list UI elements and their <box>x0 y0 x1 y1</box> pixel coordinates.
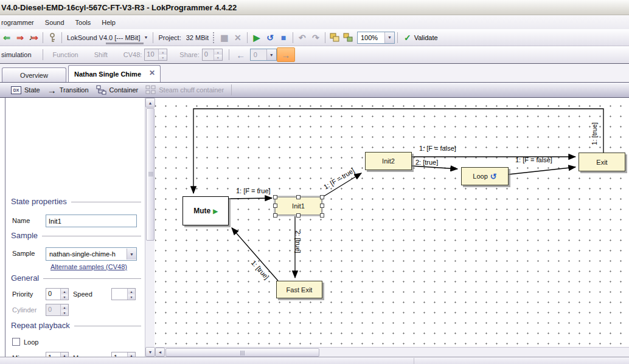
selection-handle[interactable] <box>296 195 301 199</box>
step-select-disabled[interactable]: 0 ▼ <box>250 49 277 61</box>
state-node-mute[interactable]: Mute▶ <box>182 196 229 225</box>
loop-checkbox[interactable] <box>12 338 20 346</box>
step-dropdown-button[interactable]: ▼ <box>266 49 276 60</box>
read-from-decoder-button[interactable]: ⇐ <box>0 31 13 44</box>
tab-close-icon[interactable]: ✕ <box>149 69 155 77</box>
add-steam-chuff-container-button[interactable]: Steam chuff container <box>142 84 228 97</box>
cv48-spinner[interactable]: 10 ▲▼ <box>144 49 167 61</box>
redo-icon: ↷ <box>312 33 319 42</box>
scroll-down-button[interactable]: ▼ <box>145 347 155 357</box>
add-container-button[interactable]: Container <box>92 84 142 97</box>
repeat-min-spinner[interactable]: 1 ▲▼ <box>46 352 69 357</box>
step-back-button[interactable]: ← <box>232 47 250 62</box>
state-node-loop[interactable]: Loop↺ <box>461 167 509 185</box>
play-button[interactable]: ▶ <box>250 31 263 44</box>
menu-sound[interactable]: Sound <box>40 16 70 29</box>
repeat-min-spin-up[interactable]: ▲ <box>61 352 68 357</box>
cv48-value: 10 <box>145 49 158 60</box>
selection-handle[interactable] <box>320 195 324 199</box>
function-button-disabled[interactable]: Function <box>50 51 81 58</box>
sample-dropdown-button[interactable]: ▼ <box>127 249 136 259</box>
repeat-max-spin-up[interactable]: ▲ <box>128 352 135 357</box>
transition-label-mute-init1[interactable]: 1: [F = true] <box>236 187 271 194</box>
zoom-dropdown-button[interactable]: ▼ <box>384 32 394 43</box>
loop-playback-button[interactable]: ↺ <box>263 31 277 44</box>
add-transition-button[interactable]: → Transition <box>44 84 92 97</box>
transition-label-init1-fast-exit[interactable]: 2: [true] <box>294 230 302 253</box>
speed-spin-down[interactable]: ▼ <box>128 294 135 300</box>
write-sound-button[interactable]: ♪⇒ <box>27 31 40 44</box>
chip-icon: ▦ <box>220 33 228 42</box>
sample-select[interactable]: nathan-single-chime-h ▼ <box>46 247 137 261</box>
selection-handle[interactable] <box>320 204 324 208</box>
state-node-fast-exit[interactable]: Fast Exit <box>276 281 322 298</box>
repeat-max-spinner[interactable]: 1 ▲▼ <box>111 352 136 357</box>
selection-handle[interactable] <box>320 213 324 218</box>
priority-spin-up[interactable]: ▲ <box>61 289 68 294</box>
speed-spin-up[interactable]: ▲ <box>128 289 135 294</box>
toolbar-grip[interactable] <box>213 32 216 43</box>
diagram-canvas[interactable]: 1: [F = true]1: [F = true]2: [true]1: [t… <box>155 98 629 347</box>
write-to-decoder-button[interactable]: ⇒ <box>13 31 27 44</box>
repeat-min-value: 1 <box>46 352 60 357</box>
cancel-button-disabled[interactable]: ✕ <box>231 31 245 44</box>
state-node-init2[interactable]: Init2 <box>365 152 412 170</box>
add-state-button[interactable]: DX State <box>7 84 44 97</box>
priority-spin-down[interactable]: ▼ <box>61 294 68 300</box>
panel-vertical-scrollbar[interactable]: ▲ ▼ <box>145 98 155 357</box>
cylinder-spin-down[interactable]: ▼ <box>61 310 68 315</box>
transition-label-loop-exit[interactable]: 1: [F = false] <box>515 156 552 163</box>
selection-handle[interactable] <box>273 204 277 208</box>
state-node-exit[interactable]: Exit <box>579 153 625 171</box>
programmer-button[interactable] <box>46 31 59 44</box>
chip-button-disabled[interactable]: ▦ <box>218 31 231 44</box>
undo-button[interactable]: ↶ <box>296 31 309 44</box>
cylinder-spin-up[interactable]: ▲ <box>61 304 68 310</box>
zoom-select[interactable]: 100% ▼ <box>357 32 395 44</box>
tab-overview[interactable]: Overview <box>2 67 66 82</box>
transition-label-init2-loop[interactable]: 2: [true] <box>415 159 438 166</box>
validate-button[interactable]: ✓ Validate <box>400 31 442 44</box>
scroll-left-button[interactable]: ◄ <box>155 348 165 357</box>
wire-init2-loop[interactable] <box>412 166 457 169</box>
validate-check-icon: ✓ <box>404 33 411 42</box>
shift-button-disabled[interactable]: Shift <box>92 51 110 58</box>
transition-label-init2-exit[interactable]: 1: [F = false] <box>419 145 456 152</box>
alternate-samples-link[interactable]: Alternate samples (CV48) <box>50 263 127 270</box>
transition-label-exit-mute[interactable]: 1: [true] <box>591 122 598 145</box>
menu-tools[interactable]: Tools <box>70 16 97 29</box>
priority-spinner[interactable]: 0 ▲▼ <box>46 288 69 300</box>
selection-handle[interactable] <box>273 213 277 218</box>
redo-button[interactable]: ↷ <box>309 31 322 44</box>
menu-help[interactable]: Help <box>96 16 121 29</box>
speed-spinner[interactable]: ▲▼ <box>111 288 136 300</box>
cv48-spin-up[interactable]: ▲ <box>159 49 167 55</box>
tile-windows-button[interactable] <box>341 31 355 44</box>
transition-arrow-icon: → <box>47 85 57 95</box>
menu-programmer[interactable]: rogrammer <box>0 16 40 29</box>
stop-button[interactable]: ■ <box>277 31 290 44</box>
device-select[interactable]: LokSound V4.0 [--- MBit] ▼ <box>64 31 150 44</box>
tab-nathan-single-chime[interactable]: Nathan Single Chime ✕ <box>68 65 161 82</box>
share-spinner[interactable]: 0 ▲▼ <box>202 49 223 61</box>
cylinder-spinner-disabled[interactable]: 0 ▲▼ <box>46 304 69 316</box>
wire-exit-mute[interactable] <box>193 109 603 193</box>
diagram-scroll-thumb[interactable] <box>165 348 319 357</box>
step-forward-button[interactable]: → <box>277 47 295 62</box>
panel-scroll-thumb[interactable] <box>146 108 155 241</box>
diagram-horizontal-scrollbar[interactable]: ◄ <box>155 347 629 357</box>
cascade-windows-button[interactable] <box>328 31 341 44</box>
share-spin-up[interactable]: ▲ <box>214 49 222 55</box>
selection-handle[interactable] <box>296 213 301 218</box>
wire-fastexit-mute[interactable] <box>232 228 278 281</box>
simulation-label[interactable]: simulation <box>0 51 34 58</box>
wire-mute-init1[interactable] <box>229 198 272 199</box>
selection-handle[interactable] <box>273 195 277 199</box>
state-node-init1[interactable]: Init1 <box>275 197 322 215</box>
cv48-spin-down[interactable]: ▼ <box>159 55 167 60</box>
device-underline <box>106 43 144 44</box>
share-spin-down[interactable]: ▼ <box>214 55 222 60</box>
scroll-up-button[interactable]: ▲ <box>145 98 155 108</box>
wire-loop-exit[interactable] <box>509 167 575 174</box>
name-input[interactable] <box>46 215 137 227</box>
